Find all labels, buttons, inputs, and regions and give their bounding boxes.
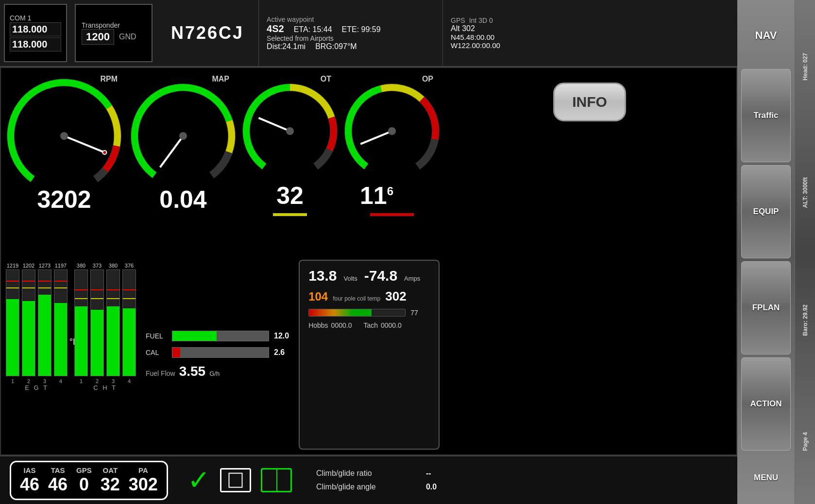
climb-angle-row: Climb/glide angle 0.0 — [316, 483, 437, 491]
rpm-canvas — [1, 68, 127, 194]
equip-button[interactable]: EQUIP — [741, 165, 791, 258]
com1-freq2: 118.000 — [10, 37, 61, 51]
fplan-button[interactable]: FPLAN — [741, 261, 791, 354]
cht-bars-inner: 380373380376 — [74, 260, 136, 376]
sidebar-strip: Head: 027 ALT: 3000ft Baro: 29.92 Page 4 — [795, 0, 815, 504]
transponder-block[interactable]: Transponder 1200 GND — [75, 4, 153, 62]
elec-bar-outer — [308, 309, 406, 317]
egt-bar-outer — [6, 269, 19, 376]
instruments-wrapper: RPM 3202 MAP 0.04 OT 32 OP 116 — [1, 68, 736, 454]
fuel-bar-bg — [217, 331, 269, 341]
fuel-flow-label: Fuel Flow — [146, 370, 175, 377]
cht-bar-wrap: 380 — [106, 263, 120, 376]
egt-yellow-limit — [6, 287, 19, 288]
tach-label: Tach — [363, 321, 378, 329]
fuel-flow-row: Fuel Flow 3.55 G/h — [146, 364, 289, 379]
egt-red-limit — [54, 281, 67, 282]
tas-label: TAS — [51, 466, 65, 474]
climb-ratio-label: Climb/glide ratio — [316, 469, 418, 478]
traffic-button[interactable]: Traffic — [741, 69, 791, 162]
op-label: OP — [422, 75, 433, 84]
gps-block: GPS Int 3D 0 Alt 302 N45.48:00.00 W122.0… — [443, 0, 550, 66]
climb-angle-value: 0.0 — [426, 483, 437, 491]
elec-row3: Hobbs 0000.0 Tach 0000.0 — [308, 321, 430, 329]
rpm-gauge: RPM 3202 — [1, 68, 127, 252]
cht-bar-top-value: 373 — [93, 263, 102, 269]
pa-value: 302 — [129, 474, 158, 495]
check-icon[interactable]: ✓ — [187, 467, 210, 494]
map-gauge: MAP 0.04 — [127, 68, 239, 252]
egt-bar-wrap: 1219 — [6, 263, 19, 376]
elec-row2: 104 four pole coil temp 302 — [308, 289, 430, 304]
ot-label: OT — [321, 75, 331, 84]
ias-value: 46 — [20, 474, 39, 495]
cht-bars: 380373380376 — [74, 260, 136, 376]
elec-temp-label: four pole coil temp — [333, 295, 380, 302]
gps-int: Int 3D 0 — [469, 17, 493, 24]
cht-bar-wrap: 373 — [90, 263, 104, 376]
oat-item: OAT 32 — [101, 466, 120, 495]
strip-alt: ALT: 3000ft — [802, 177, 809, 208]
op-gauge: OP 116 — [341, 68, 443, 252]
ias-item: IAS 46 — [20, 466, 39, 495]
egt-nums: 1 2 3 4 — [6, 378, 68, 384]
op-underline — [370, 213, 414, 216]
egt-bar-wrap: 1202 — [22, 263, 35, 376]
egt-bar-wrap: 1273 — [38, 263, 51, 376]
strip-page: Page 4 — [802, 432, 809, 451]
split-screen-icon[interactable] — [261, 468, 292, 492]
cht-bar-outer — [90, 269, 104, 376]
sidebar-nav-label[interactable]: NAV — [755, 29, 777, 42]
tas-item: TAS 46 — [48, 466, 68, 495]
aircraft-id: N726CJ — [156, 0, 258, 66]
elec-temp-num: 302 — [385, 289, 406, 304]
cht-title: C H T — [93, 384, 117, 391]
waypoint-label: Active waypoint — [267, 16, 435, 23]
cht-bar-fill — [75, 306, 87, 376]
instruments-top-row: RPM 3202 MAP 0.04 OT 32 OP 116 — [1, 68, 736, 255]
transponder-row: 1200 GND — [82, 29, 146, 45]
egt-bar-fill — [6, 299, 19, 376]
ias-label: IAS — [24, 466, 36, 474]
egt-num4: 4 — [54, 378, 68, 384]
egt-bars-inner: 1219120212731197 — [6, 260, 68, 376]
elec-bar-val: 77 — [410, 309, 418, 317]
op-value: 116 — [360, 182, 393, 210]
com1-block[interactable]: COM 1 118.000 118.000 — [4, 4, 67, 62]
fuel-bar-fill — [172, 331, 217, 341]
cht-bar-wrap: 376 — [122, 263, 136, 376]
strip-head: Head: 027 — [802, 53, 809, 81]
gps-lat: N45.48:00.00 — [451, 33, 542, 41]
cht-red-limit — [123, 289, 136, 290]
fuel-flow-value: 3.55 — [179, 364, 206, 379]
tas-value: 46 — [48, 474, 68, 495]
rpm-value: 3202 — [37, 185, 91, 214]
cht-red-limit — [75, 289, 87, 290]
fuel-label: FUEL — [146, 332, 167, 340]
screen-icon[interactable] — [220, 468, 251, 492]
tach-display: Tach 0000.0 — [363, 321, 401, 329]
sidebar-buttons-container: NAV Traffic EQUIP FPLAN ACTION MENU — [737, 0, 795, 504]
gps-alt-label: Alt — [451, 24, 460, 33]
cht-yellow-limit — [123, 298, 136, 299]
cht-bar-top-value: 376 — [125, 263, 134, 269]
waypoint-block: Active waypoint 4S2 ETA: 15:44 ETE: 99:5… — [258, 0, 443, 66]
egt-bar-fill — [22, 301, 35, 376]
right-sidebar: NAV Traffic EQUIP FPLAN ACTION MENU Head… — [737, 0, 815, 504]
transponder-label: Transponder — [82, 21, 146, 29]
action-button[interactable]: ACTION — [741, 357, 791, 451]
cht-bar-outer — [106, 269, 120, 376]
egt-bar-top-value: 1273 — [39, 263, 51, 269]
cht-yellow-limit — [107, 298, 119, 299]
menu-button[interactable]: MENU — [754, 473, 778, 483]
egt-bar-fill — [54, 303, 67, 376]
info-area: INFO — [443, 68, 736, 255]
info-button[interactable]: INFO — [553, 83, 626, 121]
egt-section: 1219120212731197 °F 1 2 3 4 E G T — [6, 260, 68, 450]
elec-volts-value: 13.8 — [308, 268, 337, 284]
hobbs-display: Hobbs 0000.0 — [308, 321, 352, 329]
cal-row: CAL 2.6 — [146, 347, 289, 358]
elec-volts-unit: Volts — [344, 275, 357, 282]
map-canvas — [127, 68, 239, 194]
fuel-value: 12.0 — [274, 332, 289, 340]
